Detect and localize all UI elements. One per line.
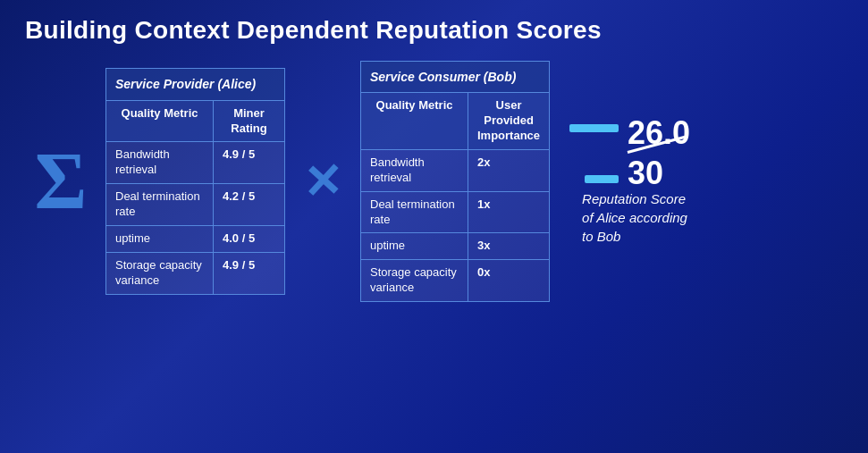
provider-metric-3: Storage capacity variance bbox=[106, 252, 214, 294]
content-area: Σ Service Provider (Alice) Quality Metri… bbox=[25, 61, 843, 302]
provider-metric-2: uptime bbox=[106, 225, 214, 252]
provider-metric-0: Bandwidth retrieval bbox=[106, 142, 214, 184]
tables-area: Service Provider (Alice) Quality Metric … bbox=[105, 61, 843, 302]
provider-rating-3: 4.9 / 5 bbox=[214, 252, 285, 294]
sigma-icon: Σ bbox=[35, 141, 88, 222]
consumer-importance-2: 3x bbox=[468, 233, 550, 260]
equals-bar-bottom bbox=[585, 175, 619, 183]
consumer-col1-header: Quality Metric bbox=[361, 93, 468, 150]
provider-table-row: Deal termination rate 4.2 / 5 bbox=[106, 184, 285, 226]
consumer-table-row: Bandwidth retrieval 2x bbox=[361, 149, 550, 191]
consumer-metric-1: Deal termination rate bbox=[361, 191, 468, 233]
consumer-metric-3: Storage capacity variance bbox=[361, 260, 468, 302]
provider-table-row: Bandwidth retrieval 4.9 / 5 bbox=[106, 142, 285, 184]
consumer-table: Service Consumer (Bob) Quality Metric Us… bbox=[360, 61, 550, 302]
consumer-col2-header: User Provided Importance bbox=[468, 93, 550, 150]
multiply-sign: ✕ bbox=[303, 156, 342, 206]
provider-table: Service Provider (Alice) Quality Metric … bbox=[105, 68, 285, 294]
sigma-container: Σ bbox=[25, 141, 97, 222]
consumer-metric-0: Bandwidth retrieval bbox=[361, 149, 468, 191]
provider-metric-1: Deal termination rate bbox=[106, 184, 214, 226]
equals-area: 26.0 30 Reputation Score of Alice accord… bbox=[569, 117, 698, 246]
provider-table-row: Storage capacity variance 4.9 / 5 bbox=[106, 252, 285, 294]
denominator: 30 bbox=[628, 157, 663, 189]
consumer-table-row: Deal termination rate 1x bbox=[361, 191, 550, 233]
consumer-table-row: Storage capacity variance 0x bbox=[361, 260, 550, 302]
fraction-column: 26.0 30 bbox=[628, 117, 690, 189]
consumer-metric-2: uptime bbox=[361, 233, 468, 260]
page-title: Building Context Dependent Reputation Sc… bbox=[25, 16, 843, 45]
reputation-label: Reputation Score of Alice according to B… bbox=[582, 189, 698, 246]
provider-col2-header: Miner Rating bbox=[214, 100, 285, 142]
equals-bars bbox=[569, 124, 619, 183]
provider-table-title: Service Provider (Alice) bbox=[106, 69, 285, 100]
consumer-importance-0: 2x bbox=[468, 149, 550, 191]
consumer-table-wrapper: Service Consumer (Bob) Quality Metric Us… bbox=[360, 61, 550, 302]
provider-table-row: uptime 4.0 / 5 bbox=[106, 225, 285, 252]
equals-bar-top bbox=[569, 124, 619, 132]
main-container: Building Context Dependent Reputation Sc… bbox=[0, 0, 868, 453]
provider-table-wrapper: Service Provider (Alice) Quality Metric … bbox=[105, 68, 285, 294]
consumer-importance-3: 0x bbox=[468, 260, 550, 302]
consumer-table-title: Service Consumer (Bob) bbox=[361, 62, 550, 93]
provider-rating-2: 4.0 / 5 bbox=[214, 225, 285, 252]
provider-rating-1: 4.2 / 5 bbox=[214, 184, 285, 226]
consumer-importance-1: 1x bbox=[468, 191, 550, 233]
result-section: 26.0 30 bbox=[569, 117, 690, 189]
provider-col1-header: Quality Metric bbox=[106, 100, 214, 142]
consumer-table-row: uptime 3x bbox=[361, 233, 550, 260]
provider-rating-0: 4.9 / 5 bbox=[214, 142, 285, 184]
